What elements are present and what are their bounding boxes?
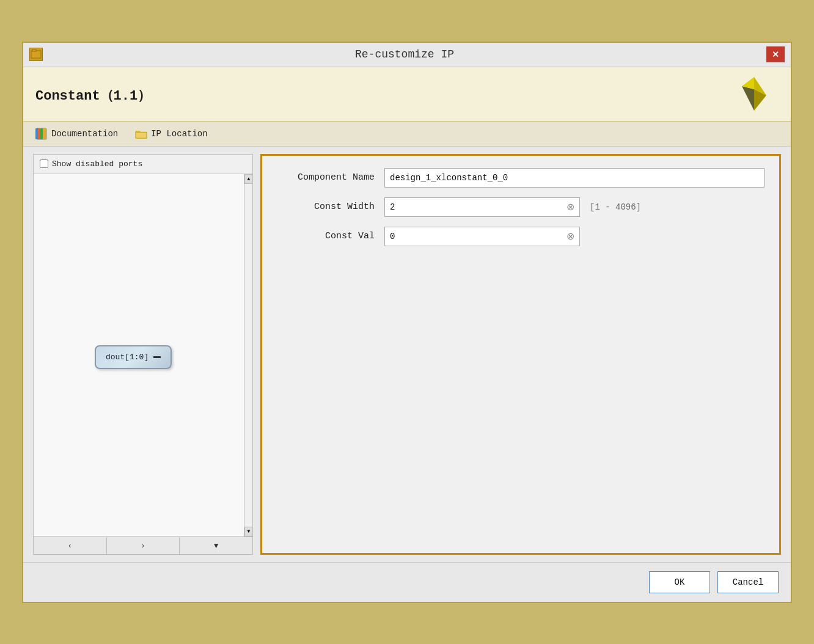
component-name-input[interactable]: [384, 168, 765, 188]
const-val-clear-button[interactable]: ⊗: [564, 230, 576, 243]
show-disabled-label: Show disabled ports: [52, 159, 142, 169]
component-block: dout[1:0]: [95, 345, 172, 369]
documentation-label: Documentation: [51, 129, 118, 139]
ok-button[interactable]: OK: [649, 571, 710, 593]
svg-marker-4: [742, 86, 754, 111]
const-width-label: Const Width: [277, 202, 375, 212]
app-icon: [29, 48, 43, 61]
component-name-label: Component Name: [277, 172, 375, 183]
documentation-icon: [35, 128, 48, 140]
const-width-input[interactable]: [384, 197, 580, 217]
title-bar: Re-customize IP ✕: [23, 43, 791, 67]
svg-rect-12: [38, 128, 40, 139]
const-val-input-wrapper: ⊗: [384, 227, 580, 246]
logo-icon: [730, 77, 779, 114]
ip-location-button[interactable]: IP Location: [133, 128, 210, 140]
show-disabled-row: Show disabled ports: [34, 155, 252, 174]
cancel-button[interactable]: Cancel: [717, 571, 779, 593]
const-width-row: Const Width ⊗ [1 - 4096]: [277, 197, 765, 217]
const-width-range: [1 - 4096]: [590, 202, 641, 212]
bottom-bar: OK Cancel: [23, 562, 791, 602]
output-pin: [153, 356, 161, 358]
constant-title: Constant（1.1）: [35, 86, 151, 104]
scroll-down-button-2[interactable]: ▼: [180, 537, 252, 554]
close-button[interactable]: ✕: [766, 46, 785, 62]
svg-rect-11: [35, 128, 38, 139]
component-label: dout[1:0]: [106, 353, 148, 362]
scroll-controls: ‹ › ▼: [34, 536, 252, 554]
scroll-up-button[interactable]: ▲: [244, 174, 252, 184]
documentation-button[interactable]: Documentation: [33, 126, 120, 141]
svg-rect-13: [40, 128, 43, 139]
header-area: Constant（1.1）: [23, 67, 791, 122]
svg-marker-3: [754, 89, 766, 111]
svg-rect-1: [32, 49, 36, 51]
scroll-left-button[interactable]: ‹: [34, 537, 107, 554]
toolbar: Documentation IP Location: [23, 122, 791, 147]
title-bar-left: [29, 48, 43, 61]
scroll-right-button[interactable]: ›: [107, 537, 180, 554]
folder-icon: [135, 129, 147, 139]
v-scrollbar: ▲ ▼: [244, 174, 252, 536]
scroll-down-button[interactable]: ▼: [244, 527, 252, 536]
const-width-input-wrapper: ⊗: [384, 197, 580, 217]
const-val-input[interactable]: [384, 227, 580, 246]
const-width-clear-button[interactable]: ⊗: [564, 201, 576, 213]
ip-location-label: IP Location: [151, 129, 207, 139]
canvas-area: dout[1:0] ▲ ▼: [34, 174, 252, 536]
left-panel: Show disabled ports dout[1:0] ▲ ▼: [33, 154, 253, 555]
svg-rect-0: [31, 51, 41, 58]
show-disabled-checkbox[interactable]: [40, 159, 48, 168]
component-name-row: Component Name: [277, 168, 765, 188]
main-content: Show disabled ports dout[1:0] ▲ ▼: [23, 147, 791, 562]
scroll-track: [244, 184, 252, 527]
const-val-label: Const Val: [277, 231, 375, 241]
svg-rect-14: [43, 128, 46, 139]
window-title: Re-customize IP: [43, 48, 766, 60]
right-panel: Component Name Const Width ⊗ [1 - 4096] …: [260, 154, 781, 555]
const-val-row: Const Val ⊗: [277, 227, 765, 246]
dialog-window: Re-customize IP ✕ Constant（1.1）: [22, 42, 792, 603]
